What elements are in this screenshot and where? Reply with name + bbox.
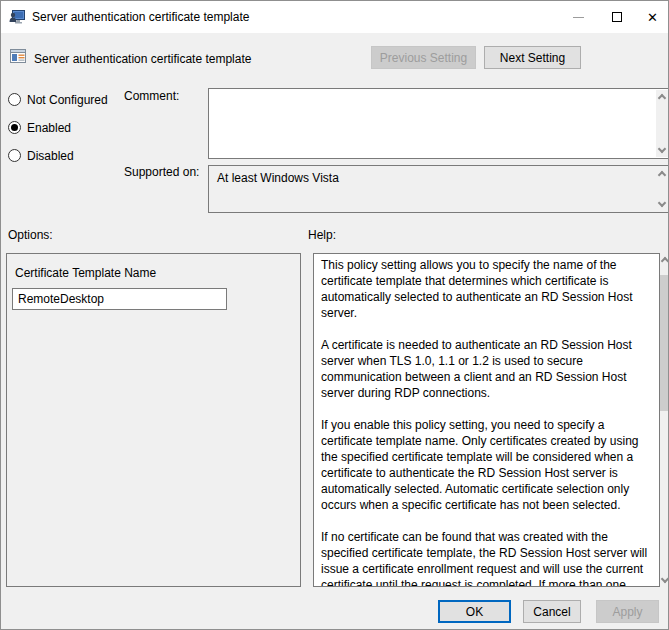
certificate-template-name-label: Certificate Template Name [15, 266, 156, 280]
scroll-up-icon[interactable] [658, 171, 666, 179]
options-section-label: Options: [8, 228, 53, 242]
supported-scrollbar[interactable] [656, 167, 669, 211]
scroll-up-icon[interactable] [658, 94, 666, 102]
radio-enabled[interactable]: Enabled [8, 120, 71, 135]
apply-button[interactable]: Apply [596, 600, 659, 623]
certificate-template-name-input[interactable] [12, 288, 227, 310]
supported-on-value: At least Windows Vista [217, 171, 339, 185]
help-text: This policy setting allows you to specif… [321, 257, 654, 587]
minimize-button[interactable] [557, 1, 599, 33]
comment-scrollbar[interactable] [656, 90, 669, 157]
ok-button[interactable]: OK [438, 600, 511, 623]
previous-setting-button[interactable]: Previous Setting [371, 46, 476, 69]
help-panel: This policy setting allows you to specif… [313, 253, 660, 587]
radio-not-configured-circle[interactable] [8, 93, 21, 106]
cancel-button[interactable]: Cancel [523, 600, 581, 623]
maximize-button[interactable] [599, 1, 635, 33]
group-policy-app-icon [9, 9, 25, 25]
radio-disabled-label: Disabled [27, 149, 74, 163]
options-panel: Certificate Template Name [6, 253, 301, 587]
help-scrollbar[interactable] [660, 253, 669, 587]
help-section-label: Help: [308, 228, 336, 242]
maximize-icon [612, 12, 622, 22]
radio-disabled-circle[interactable] [8, 149, 21, 162]
setting-title: Server authentication certificate templa… [34, 52, 251, 66]
supported-on-label: Supported on: [124, 165, 199, 179]
comment-label: Comment: [124, 89, 179, 103]
scrollbar-thumb[interactable] [660, 275, 669, 411]
comment-box [208, 88, 669, 159]
next-setting-button[interactable]: Next Setting [484, 46, 581, 69]
radio-enabled-label: Enabled [27, 121, 71, 135]
policy-setting-dialog: Server authentication certificate templa… [0, 0, 669, 630]
supported-on-box: At least Windows Vista [208, 165, 669, 213]
close-button[interactable]: ✕ [635, 1, 669, 33]
close-icon: ✕ [647, 10, 658, 25]
radio-not-configured-label: Not Configured [27, 93, 108, 107]
radio-not-configured[interactable]: Not Configured [8, 92, 108, 107]
window-title: Server authentication certificate templa… [32, 10, 249, 24]
scroll-up-icon[interactable] [661, 257, 669, 265]
comment-input[interactable] [209, 89, 656, 158]
minimize-icon [573, 17, 584, 18]
radio-enabled-circle[interactable] [8, 121, 21, 134]
radio-disabled[interactable]: Disabled [8, 148, 74, 163]
titlebar: Server authentication certificate templa… [1, 1, 668, 33]
scroll-down-icon[interactable] [658, 199, 666, 207]
scroll-down-icon[interactable] [661, 575, 669, 583]
policy-setting-icon [9, 47, 27, 65]
scroll-down-icon[interactable] [658, 145, 666, 153]
